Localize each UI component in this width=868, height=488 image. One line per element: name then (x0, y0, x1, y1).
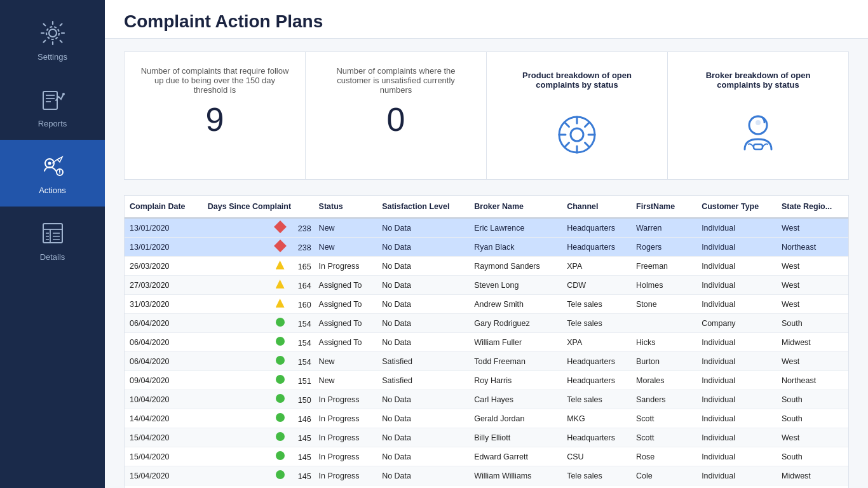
table-row[interactable]: 15/04/2020 145 In Progress No Data Edwar… (125, 447, 848, 466)
cell-date: 15/04/2020 (125, 466, 203, 485)
cell-channel: Tele sales (562, 314, 631, 333)
cell-firstname: Freeman (631, 257, 696, 276)
cell-date: 16/04/2020 (125, 485, 203, 489)
cell-status: New (314, 371, 377, 390)
cell-broker: Shawn Fernandez (469, 485, 562, 489)
cell-status: In Progress (314, 447, 377, 466)
cell-firstname: Stone (631, 295, 696, 314)
cell-satisfaction: No Data (377, 428, 469, 447)
cell-custtype: Individual (696, 466, 776, 485)
cell-channel: Headquarters (562, 238, 631, 257)
cell-state: Northeast (776, 371, 848, 390)
cell-date: 06/04/2020 (125, 352, 203, 371)
page-content[interactable]: Number of complaints that require follow… (105, 39, 868, 488)
cell-date: 06/04/2020 (125, 333, 203, 352)
table-row[interactable]: 09/04/2020 151 New Satisfied Roy Harris … (125, 371, 848, 390)
cell-status: In Progress (314, 466, 377, 485)
cell-broker: Raymond Sanders (469, 257, 562, 276)
kpi-product: Product breakdown of open complaints by … (487, 52, 668, 179)
table-row[interactable]: 15/04/2020 145 In Progress No Data Billy… (125, 428, 848, 447)
cell-firstname: Rose (631, 447, 696, 466)
cell-firstname: Morales (631, 371, 696, 390)
cell-firstname: Scott (631, 409, 696, 428)
cell-channel: Headquarters (562, 218, 631, 238)
cell-days: 145 (203, 428, 314, 447)
cell-state: South (776, 314, 848, 333)
cell-state: Midwest (776, 333, 848, 352)
sidebar-item-actions[interactable]: Actions (0, 140, 105, 207)
table-row[interactable]: 14/04/2020 146 In Progress No Data Geral… (125, 409, 848, 428)
svg-line-30 (585, 123, 590, 127)
cell-date: 15/04/2020 (125, 428, 203, 447)
cell-broker: Roy Harris (469, 371, 562, 390)
sidebar-item-settings[interactable]: Settings (0, 6, 105, 73)
cell-date: 09/04/2020 (125, 371, 203, 390)
main-content: Complaint Action Plans Number of complai… (105, 0, 868, 488)
cell-custtype: Company (696, 314, 776, 333)
cell-channel: Headquarters (562, 371, 631, 390)
cell-status: In Progress (314, 257, 377, 276)
cell-broker: Steven Long (469, 276, 562, 295)
cell-broker: Billy Elliott (469, 428, 562, 447)
sidebar-item-details[interactable]: Details (0, 207, 105, 273)
cell-channel: CDW (562, 485, 631, 489)
sidebar-item-reports-label: Reports (38, 119, 67, 128)
cell-state: West (776, 295, 848, 314)
cell-channel: XPA (562, 333, 631, 352)
col-broker: Broker Name (469, 196, 562, 218)
table-row[interactable]: 13/01/2020 238 New No Data Eric Lawrence… (125, 218, 848, 238)
cell-status: New (314, 238, 377, 257)
cell-firstname: Rogers (631, 238, 696, 257)
cell-channel: Headquarters (562, 428, 631, 447)
cell-state: South (776, 447, 848, 466)
kpi-product-desc: Product breakdown of open complaints by … (502, 65, 652, 95)
cell-custtype: Individual (696, 333, 776, 352)
cell-date: 31/03/2020 (125, 295, 203, 314)
cell-satisfaction: No Data (377, 390, 469, 409)
broker-icon (683, 103, 833, 166)
complaint-table: Complain Date Days Since Complaint Statu… (124, 195, 849, 488)
table-row[interactable]: 13/01/2020 238 New No Data Ryan Black He… (125, 238, 848, 257)
cell-days: 154 (203, 352, 314, 371)
cell-satisfaction: No Data (377, 295, 469, 314)
svg-point-12 (59, 173, 60, 174)
kpi-row: Number of complaints that require follow… (124, 51, 849, 180)
col-days: Days Since Complaint (203, 196, 314, 218)
sidebar-item-reports[interactable]: Reports (0, 73, 105, 140)
kpi-threshold-value: 9 (140, 103, 290, 136)
cell-date: 26/03/2020 (125, 257, 203, 276)
cell-channel: Tele sales (562, 390, 631, 409)
cell-firstname: Scott (631, 428, 696, 447)
actions-icon (37, 151, 68, 182)
table-row[interactable]: 27/03/2020 164 Assigned To No Data Steve… (125, 276, 848, 295)
table-row[interactable]: 06/04/2020 154 Assigned To No Data Willi… (125, 333, 848, 352)
kpi-threshold: Number of complaints that require follow… (125, 52, 306, 179)
settings-icon (37, 18, 68, 48)
cell-firstname: Cole (631, 466, 696, 485)
table-row[interactable]: 15/04/2020 145 In Progress No Data Willi… (125, 466, 848, 485)
cell-firstname: Warren (631, 218, 696, 238)
cell-custtype: Individual (696, 295, 776, 314)
cell-days: 165 (203, 257, 314, 276)
cell-custtype: Individual (696, 428, 776, 447)
table-row[interactable]: 26/03/2020 165 In Progress No Data Raymo… (125, 257, 848, 276)
cell-state: West (776, 218, 848, 238)
cell-channel: CSU (562, 447, 631, 466)
cell-status: New (314, 485, 377, 489)
table-row[interactable]: 06/04/2020 154 Assigned To No Data Gary … (125, 314, 848, 333)
col-status: Status (314, 196, 377, 218)
table-row[interactable]: 06/04/2020 154 New Satisfied Todd Freema… (125, 352, 848, 371)
table-row[interactable]: 16/04/2020 144 New Satisfied Shawn Ferna… (125, 485, 848, 489)
cell-custtype: Individual (696, 238, 776, 257)
svg-point-6 (62, 93, 65, 95)
table-row[interactable]: 31/03/2020 160 Assigned To No Data Andre… (125, 295, 848, 314)
cell-date: 27/03/2020 (125, 276, 203, 295)
kpi-threshold-desc: Number of complaints that require follow… (140, 65, 290, 95)
cell-channel: Tele sales (562, 466, 631, 485)
cell-state: Midwest (776, 466, 848, 485)
table-row[interactable]: 10/04/2020 150 In Progress No Data Carl … (125, 390, 848, 409)
reports-icon (37, 85, 68, 115)
cell-status: Assigned To (314, 314, 377, 333)
cell-satisfaction: No Data (377, 238, 469, 257)
cell-days: 144 (203, 485, 314, 489)
